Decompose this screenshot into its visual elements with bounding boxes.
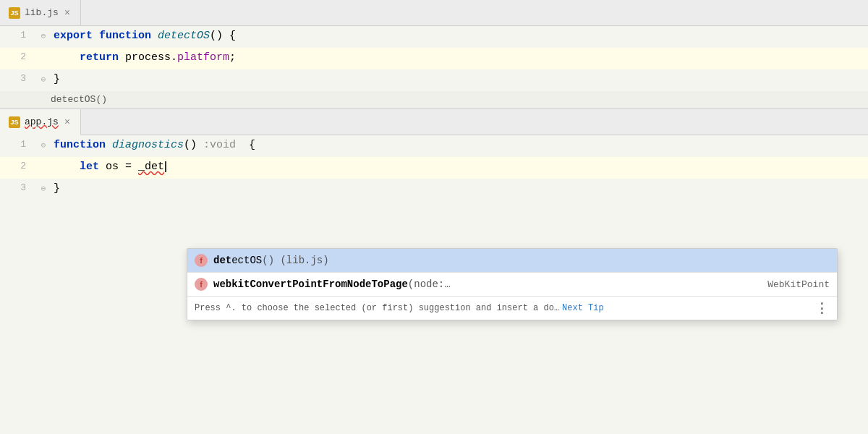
ac-more-icon[interactable]: ⋮ bbox=[815, 300, 830, 316]
app-js-pane: JS app.js × 1 ⊖ function diagnostics() :… bbox=[0, 109, 868, 200]
ac-item-webkit[interactable]: f webkitConvertPointFromNodeToPage(node:… bbox=[187, 273, 837, 296]
js-icon-lib: JS bbox=[9, 7, 20, 19]
gutter-lib-3[interactable]: ⊖ bbox=[36, 69, 51, 91]
punc-app-1: () bbox=[184, 139, 203, 151]
tab-label-app-js: app.js bbox=[25, 116, 59, 127]
var-os: os = bbox=[106, 161, 138, 173]
line-content-app-2: let os = _det bbox=[51, 157, 868, 179]
ac-suffix-detectOS: () (lib.js) bbox=[262, 255, 328, 266]
lib-js-code: 1 ⊖ export function detectOS() { 2 retur… bbox=[0, 26, 868, 91]
punc-app-1b: { bbox=[236, 139, 255, 151]
line-content-app-3: } bbox=[51, 179, 868, 200]
tab-bar-top: JS lib.js × bbox=[0, 0, 868, 26]
kw-function-app: function bbox=[54, 139, 112, 151]
close-tab-lib-js[interactable]: × bbox=[63, 7, 72, 19]
close-tab-app-js[interactable]: × bbox=[63, 116, 72, 128]
tab-bar-bottom: JS app.js × bbox=[0, 109, 868, 135]
app-line-3: 3 ⊖ } bbox=[0, 179, 868, 200]
app-line-1: 1 ⊖ function diagnostics() :void { bbox=[0, 135, 868, 157]
kw-return: return bbox=[54, 51, 125, 64]
line-num-lib-2: 2 bbox=[0, 48, 36, 69]
line-num-lib-3: 3 bbox=[0, 69, 36, 91]
app-line-2: 2 let os = _det bbox=[0, 157, 868, 179]
ac-tip-bar: Press ^. to choose the selected (or firs… bbox=[187, 297, 837, 320]
obj-process: process bbox=[125, 51, 171, 64]
semi-lib: ; bbox=[229, 51, 236, 64]
fn-diagnostics: diagnostics bbox=[112, 139, 184, 151]
line-content-lib-2: return process.platform; bbox=[51, 48, 868, 69]
lib-js-pane: JS lib.js × 1 ⊖ export function detectOS… bbox=[0, 0, 868, 109]
gutter-app-1[interactable]: ⊖ bbox=[36, 135, 51, 157]
lib-line-1: 1 ⊖ export function detectOS() { bbox=[0, 26, 868, 48]
ac-text-webkit: webkitConvertPointFromNodeToPage(node:… bbox=[213, 278, 762, 290]
lib-line-2: 2 return process.platform; bbox=[0, 48, 868, 69]
line-num-app-3: 3 bbox=[0, 179, 36, 200]
kw-export: export bbox=[54, 30, 99, 42]
breadcrumb-lib: detectOS() bbox=[0, 91, 868, 109]
text-cursor bbox=[165, 161, 166, 172]
line-num-app-1: 1 bbox=[0, 135, 36, 157]
ac-webkit-params: (node:… bbox=[408, 278, 451, 290]
autocomplete-popup: f detectOS() (lib.js) f webkitConvertPoi… bbox=[187, 248, 838, 320]
tab-app-js[interactable]: JS app.js × bbox=[0, 109, 81, 135]
app-js-code: 1 ⊖ function diagnostics() :void { 2 let… bbox=[0, 135, 868, 200]
punc-lib-1: () { bbox=[210, 30, 236, 42]
ac-tip-text: Press ^. to choose the selected (or firs… bbox=[195, 303, 559, 313]
type-void: :void bbox=[203, 139, 236, 151]
ac-text-detectOS: detectOS() (lib.js) bbox=[213, 255, 830, 266]
kw-let: let bbox=[54, 161, 106, 173]
brace-lib-close: } bbox=[54, 73, 60, 85]
prop-platform: platform bbox=[177, 51, 229, 64]
tab-lib-js[interactable]: JS lib.js × bbox=[0, 0, 81, 25]
brace-app-close: } bbox=[54, 182, 60, 195]
breadcrumb-text-lib: detectOS() bbox=[51, 94, 107, 105]
tab-label-lib-js: lib.js bbox=[25, 7, 59, 18]
var-det: _det bbox=[138, 161, 164, 173]
ac-match-det: det bbox=[213, 255, 231, 266]
kw-function-lib: function bbox=[99, 30, 158, 42]
ac-next-tip-link[interactable]: Next Tip bbox=[562, 303, 604, 313]
line-num-app-2: 2 bbox=[0, 157, 36, 179]
lib-line-3: 3 ⊖ } bbox=[0, 69, 868, 91]
gutter-app-3[interactable]: ⊖ bbox=[36, 179, 51, 200]
fn-detectOS: detectOS bbox=[158, 30, 210, 42]
ac-webkit-type: WebKitPoint bbox=[767, 279, 830, 290]
gutter-lib-1[interactable]: ⊖ bbox=[36, 26, 51, 48]
ac-webkit-name: webkitConvertPointFromNodeToPage bbox=[213, 278, 408, 290]
gutter-app-2 bbox=[36, 157, 51, 179]
js-icon-app: JS bbox=[9, 116, 20, 128]
dot-lib: . bbox=[171, 51, 177, 64]
ac-item-detectOS[interactable]: f detectOS() (lib.js) bbox=[187, 249, 837, 272]
line-content-lib-1: export function detectOS() { bbox=[51, 26, 868, 48]
line-num-lib-1: 1 bbox=[0, 26, 36, 48]
gutter-lib-2 bbox=[36, 48, 51, 69]
ac-icon-webkit: f bbox=[195, 278, 208, 291]
line-content-lib-3: } bbox=[51, 69, 868, 91]
ac-rest-ectOS: ectOS bbox=[231, 255, 262, 266]
ac-icon-detectOS: f bbox=[195, 254, 208, 267]
line-content-app-1: function diagnostics() :void { bbox=[51, 135, 868, 157]
